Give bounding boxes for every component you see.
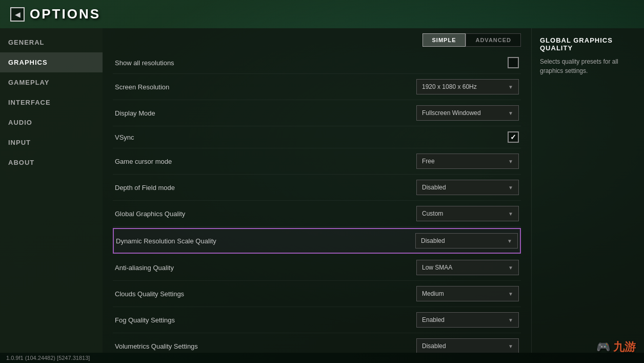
setting-screen-resolution: Screen Resolution 1920 x 1080 x 60Hz ▼ bbox=[113, 74, 521, 100]
setting-anti-aliasing-quality: Anti-aliasing Quality Low SMAA ▼ bbox=[113, 255, 521, 281]
dropdown-anti-aliasing-quality[interactable]: Low SMAA ▼ bbox=[416, 260, 519, 275]
chevron-down-icon: ▼ bbox=[508, 211, 513, 217]
dropdown-value-depth-of-field-mode: Disabled bbox=[422, 184, 446, 191]
sidebar-item-general[interactable]: GENERAL bbox=[0, 32, 103, 52]
chevron-down-icon: ▼ bbox=[508, 159, 513, 164]
setting-label-vsync: VSync bbox=[115, 133, 134, 141]
sidebar-item-input[interactable]: INPUT bbox=[0, 132, 103, 152]
info-panel-title: GLOBAL GRAPHICS QUALITY bbox=[540, 36, 636, 52]
watermark: 🎮 九游 bbox=[596, 339, 636, 355]
setting-volumetrics-quality-settings: Volumetrics Quality Settings Disabled ▼ bbox=[113, 333, 521, 353]
setting-label-anti-aliasing-quality: Anti-aliasing Quality bbox=[115, 264, 174, 272]
dropdown-value-dynamic-resolution-scale-quality: Disabled bbox=[421, 237, 445, 244]
checkbox-show-all-resolutions[interactable] bbox=[508, 57, 519, 68]
sidebar-item-interface[interactable]: INTERFACE bbox=[0, 92, 103, 112]
chevron-down-icon: ▼ bbox=[508, 84, 513, 90]
setting-dynamic-resolution-scale-quality: Dynamic Resolution Scale Quality Disable… bbox=[113, 228, 521, 254]
chevron-down-icon: ▼ bbox=[508, 317, 513, 323]
tab-simple[interactable]: SIMPLE bbox=[422, 33, 466, 47]
dropdown-clouds-quality-settings[interactable]: Medium ▼ bbox=[416, 286, 519, 301]
info-panel-description: Selects quality presets for all graphics… bbox=[540, 57, 636, 75]
sidebar-item-about[interactable]: ABOUT bbox=[0, 152, 103, 173]
setting-label-screen-resolution: Screen Resolution bbox=[115, 83, 169, 91]
dropdown-screen-resolution[interactable]: 1920 x 1080 x 60Hz ▼ bbox=[416, 79, 519, 94]
settings-list: Show all resolutions Screen Resolution 1… bbox=[103, 47, 531, 353]
setting-global-graphics-quality: Global Graphics Quality Custom ▼ bbox=[113, 201, 521, 227]
watermark-icon: 🎮 bbox=[596, 340, 610, 353]
info-panel: GLOBAL GRAPHICS QUALITY Selects quality … bbox=[531, 28, 644, 353]
dropdown-value-game-cursor-mode: Free bbox=[422, 158, 435, 165]
setting-label-volumetrics-quality-settings: Volumetrics Quality Settings bbox=[115, 342, 198, 350]
sidebar-item-audio[interactable]: AUDIO bbox=[0, 112, 103, 132]
dropdown-value-anti-aliasing-quality: Low SMAA bbox=[422, 264, 452, 271]
setting-label-global-graphics-quality: Global Graphics Quality bbox=[115, 210, 185, 218]
chevron-down-icon: ▼ bbox=[508, 291, 513, 297]
setting-show-all-resolutions: Show all resolutions bbox=[113, 52, 521, 74]
dropdown-game-cursor-mode[interactable]: Free ▼ bbox=[416, 154, 519, 169]
setting-control-vsync bbox=[508, 131, 519, 143]
chevron-down-icon: ▼ bbox=[508, 265, 513, 271]
setting-label-display-mode: Display Mode bbox=[115, 109, 155, 117]
sidebar: GENERAL GRAPHICS GAMEPLAY INTERFACE AUDI… bbox=[0, 28, 103, 353]
watermark-text: 九游 bbox=[613, 340, 636, 353]
dropdown-fog-quality-settings[interactable]: Enabled ▼ bbox=[416, 312, 519, 328]
setting-depth-of-field-mode: Depth of Field mode Disabled ▼ bbox=[113, 175, 521, 201]
dropdown-volumetrics-quality-settings[interactable]: Disabled ▼ bbox=[416, 338, 519, 353]
dropdown-value-screen-resolution: 1920 x 1080 x 60Hz bbox=[422, 83, 477, 90]
back-icon: ◀ bbox=[15, 10, 21, 18]
setting-vsync: VSync bbox=[113, 126, 521, 148]
page-title: OPTIONS bbox=[30, 6, 100, 22]
sidebar-item-gameplay[interactable]: GAMEPLAY bbox=[0, 72, 103, 92]
dropdown-value-volumetrics-quality-settings: Disabled bbox=[422, 342, 446, 350]
dropdown-global-graphics-quality[interactable]: Custom ▼ bbox=[416, 206, 519, 221]
status-text: 1.0.9f1 (104.24482) [5247.31813] bbox=[6, 355, 90, 361]
setting-label-show-all-resolutions: Show all resolutions bbox=[115, 59, 174, 67]
chevron-down-icon: ▼ bbox=[507, 238, 512, 244]
main-content: GENERAL GRAPHICS GAMEPLAY INTERFACE AUDI… bbox=[0, 28, 644, 353]
title-bar: ◀ OPTIONS bbox=[0, 0, 644, 28]
dropdown-display-mode[interactable]: Fullscreen Windowed ▼ bbox=[416, 105, 519, 121]
setting-fog-quality-settings: Fog Quality Settings Enabled ▼ bbox=[113, 307, 521, 333]
dropdown-value-fog-quality-settings: Enabled bbox=[422, 316, 445, 323]
back-button[interactable]: ◀ bbox=[10, 7, 25, 22]
dropdown-value-global-graphics-quality: Custom bbox=[422, 210, 443, 217]
content-area: SIMPLE ADVANCED Show all resolutions Scr… bbox=[103, 28, 531, 353]
chevron-down-icon: ▼ bbox=[508, 110, 513, 116]
checkbox-vsync[interactable] bbox=[508, 131, 519, 143]
chevron-down-icon: ▼ bbox=[508, 343, 513, 349]
setting-clouds-quality-settings: Clouds Quality Settings Medium ▼ bbox=[113, 281, 521, 307]
dropdown-value-display-mode: Fullscreen Windowed bbox=[422, 109, 481, 117]
setting-control-show-all-resolutions bbox=[508, 57, 519, 68]
chevron-down-icon: ▼ bbox=[508, 185, 513, 190]
setting-label-fog-quality-settings: Fog Quality Settings bbox=[115, 316, 175, 324]
options-panel: ◀ OPTIONS GENERAL GRAPHICS GAMEPLAY INTE… bbox=[0, 0, 644, 363]
setting-game-cursor-mode: Game cursor mode Free ▼ bbox=[113, 148, 521, 175]
tab-advanced[interactable]: ADVANCED bbox=[466, 33, 521, 47]
setting-display-mode: Display Mode Fullscreen Windowed ▼ bbox=[113, 100, 521, 126]
setting-label-game-cursor-mode: Game cursor mode bbox=[115, 158, 172, 165]
tab-bar: SIMPLE ADVANCED bbox=[103, 28, 531, 47]
setting-label-dynamic-resolution-scale-quality: Dynamic Resolution Scale Quality bbox=[116, 237, 216, 245]
dropdown-value-clouds-quality-settings: Medium bbox=[422, 290, 444, 297]
dropdown-dynamic-resolution-scale-quality[interactable]: Disabled ▼ bbox=[415, 233, 518, 249]
setting-label-depth-of-field-mode: Depth of Field mode bbox=[115, 184, 175, 192]
sidebar-item-graphics[interactable]: GRAPHICS bbox=[0, 52, 103, 72]
dropdown-depth-of-field-mode[interactable]: Disabled ▼ bbox=[416, 180, 519, 195]
status-bar: 1.0.9f1 (104.24482) [5247.31813] bbox=[0, 353, 644, 363]
setting-label-clouds-quality-settings: Clouds Quality Settings bbox=[115, 290, 184, 298]
